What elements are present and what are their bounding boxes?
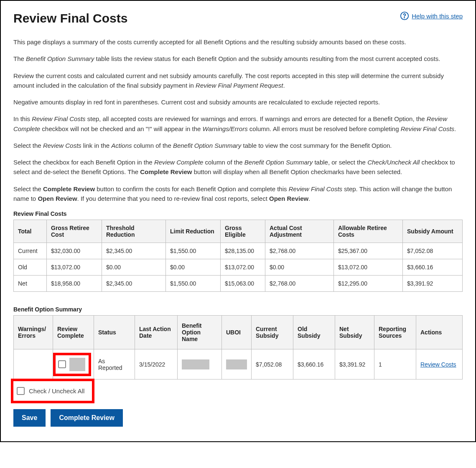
review-costs-link[interactable]: Review Costs — [420, 361, 456, 368]
bo-th-last-action: Last Action Date — [135, 316, 178, 349]
cost-row-current: Current $32,030.00 $2,345.00 $1,550.00 $… — [14, 243, 463, 259]
bo-table-caption: Benefit Option Summary — [13, 306, 463, 313]
bo-th-actions: Actions — [416, 316, 463, 349]
intro-p3: Review the current costs and calculated … — [13, 71, 463, 91]
bo-cell-status: As Reported — [94, 349, 135, 379]
bo-th-reporting: Reporting Sources — [374, 316, 416, 349]
cost-th-total: Total — [14, 220, 47, 243]
bo-th-status: Status — [94, 316, 135, 349]
bo-th-uboi: UBOI — [222, 316, 252, 349]
intro-p6: Select the Review Costs link in the Acti… — [13, 141, 463, 150]
bo-cell-current-sub: $7,052.08 — [252, 349, 293, 379]
cost-th-actual-adj: Actual Cost Adjustment — [265, 220, 334, 243]
redacted-block — [69, 358, 85, 371]
intro-p5: In this Review Final Costs step, all acc… — [13, 114, 463, 134]
bo-cell-reporting: 1 — [374, 349, 416, 379]
review-complete-checkbox[interactable] — [58, 360, 66, 368]
check-uncheck-all-label: Check / Uncheck All — [29, 387, 84, 395]
intro-p7: Select the checkbox for each Benefit Opt… — [13, 157, 463, 177]
cost-th-gross-retiree: Gross Retiree Cost — [47, 220, 102, 243]
bo-cell-old-sub: $3,660.16 — [293, 349, 335, 379]
bo-th-warnings: Warnings/ Errors — [14, 316, 53, 349]
bo-cell-uboi — [222, 349, 252, 379]
help-icon — [400, 11, 409, 20]
cost-th-limit: Limit Reduction — [166, 220, 221, 243]
intro-p4: Negative amounts display in red font in … — [13, 97, 463, 107]
bo-cell-last-action: 3/15/2022 — [135, 349, 178, 379]
cost-th-subsidy: Subsidy Amount — [403, 220, 463, 243]
bo-th-bo-name: Benefit Option Name — [178, 316, 222, 349]
intro-p1: This page displays a summary of the cost… — [13, 37, 463, 47]
bo-cell-bo-name — [178, 349, 222, 379]
cost-row-old: Old $13,072.00 $0.00 $0.00 $13,072.00 $0… — [14, 259, 463, 276]
bo-th-net-sub: Net Subsidy — [335, 316, 374, 349]
cost-th-gross-eligible: Gross Eligible — [221, 220, 265, 243]
cost-table-caption: Review Final Costs — [13, 210, 463, 217]
cost-table: Total Gross Retiree Cost Threshold Reduc… — [13, 220, 463, 292]
cost-th-threshold: Threshold Reduction — [102, 220, 166, 243]
save-button[interactable]: Save — [13, 409, 46, 427]
bo-th-old-sub: Old Subsidy — [293, 316, 335, 349]
redacted-block — [182, 359, 209, 369]
bo-cell-review-complete — [53, 349, 94, 379]
bo-th-review-complete: Review Complete — [53, 316, 94, 349]
help-link[interactable]: Help with this step — [400, 11, 463, 20]
bo-cell-warnings — [14, 349, 53, 379]
cost-row-net: Net $18,958.00 $2,345.00 $1,550.00 $15,0… — [14, 276, 463, 292]
benefit-option-table: Warnings/ Errors Review Complete Status … — [13, 315, 463, 379]
bo-th-current-sub: Current Subsidy — [252, 316, 293, 349]
redacted-block — [226, 359, 247, 369]
bo-cell-actions: Review Costs — [416, 349, 463, 379]
bo-row: As Reported 3/15/2022 $7,052.08 $3,660.1… — [14, 349, 463, 379]
bo-cell-net-sub: $3,391.92 — [335, 349, 374, 379]
cost-th-allowable: Allowable Retiree Costs — [334, 220, 403, 243]
help-link-label: Help with this step — [412, 13, 463, 20]
complete-review-button[interactable]: Complete Review — [51, 409, 122, 427]
check-uncheck-all-checkbox[interactable] — [17, 387, 25, 395]
page-title: Review Final Costs — [13, 11, 127, 25]
intro-p2: The Benefit Option Summary table lists t… — [13, 54, 463, 63]
svg-point-1 — [404, 18, 405, 18]
intro-p8: Select the Complete Review button to con… — [13, 184, 463, 204]
